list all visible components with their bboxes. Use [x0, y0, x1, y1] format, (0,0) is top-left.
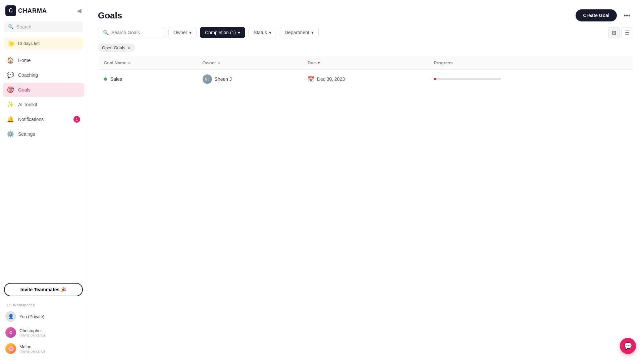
workspace-name: You (Private): [19, 314, 45, 319]
sidebar-collapse-button[interactable]: ◀: [77, 7, 82, 14]
sidebar-item-settings[interactable]: ⚙️ Settings: [3, 127, 84, 141]
logo-icon: C: [5, 5, 16, 16]
goals-icon: 🎯: [7, 86, 14, 94]
chevron-down-icon: ▾: [189, 30, 192, 35]
header-actions: Create Goal •••: [576, 9, 633, 21]
view-toggle-group: ⊞ ☰: [608, 27, 633, 38]
chat-icon: 💬: [624, 342, 632, 350]
workspace-info: You (Private): [19, 314, 45, 319]
search-icon: 🔍: [8, 24, 14, 29]
trial-emoji: 🌟: [8, 40, 15, 47]
workspace-item-christopher[interactable]: C Christopher (Invite pending): [0, 324, 87, 341]
sidebar-header: C CHARMA ◀: [0, 5, 87, 21]
workspaces-section-label: 1:1 Workspaces: [0, 300, 87, 308]
sidebar-search[interactable]: 🔍 Search: [4, 21, 83, 32]
workspace-info: Maine (Invite pending): [19, 344, 45, 353]
home-icon: 🏠: [7, 57, 14, 64]
trial-banner: 🌟 13 days left: [4, 38, 83, 49]
workspace-info: Christopher (Invite pending): [19, 328, 45, 337]
sidebar: C CHARMA ◀ 🔍 Search 🌟 13 days left 🏠 Hom…: [0, 0, 87, 362]
goal-name-cell: Sales: [98, 70, 197, 89]
sort-icon-active: ▼: [317, 61, 321, 65]
owner-name: Sheen J: [215, 76, 232, 82]
workspace-sub: (Invite pending): [19, 349, 45, 353]
main-content: Goals Create Goal ••• 🔍 Owner ▾ Completi…: [87, 0, 644, 362]
settings-icon: ⚙️: [7, 130, 14, 138]
progress-bar: [434, 78, 501, 80]
chat-fab-button[interactable]: 💬: [620, 338, 636, 354]
more-options-button[interactable]: •••: [621, 10, 633, 21]
search-icon: 🔍: [103, 30, 109, 35]
coaching-icon: 💬: [7, 71, 14, 79]
nav-items: 🏠 Home 💬 Coaching 🎯 Goals ✨ AI Toolkit 🔔…: [0, 53, 87, 279]
workspace-item-maine[interactable]: 🌸 Maine (Invite pending): [0, 341, 87, 357]
filter-chip-open-goals: Open Goals ✕: [98, 44, 135, 52]
filter-bar: 🔍 Owner ▾ Completion (1) ▾ Status ▾ Depa…: [98, 27, 633, 38]
goals-table: Goal Name ⇅ Owner ⇅ Due ▼: [98, 56, 633, 89]
workspace-item-you[interactable]: 👤 You (Private): [0, 308, 87, 324]
active-filter-row: Open Goals ✕: [98, 44, 633, 52]
sidebar-item-label: AI Toolkit: [18, 102, 37, 107]
logo-text: CHARMA: [18, 7, 47, 14]
chevron-down-icon: ▾: [238, 30, 240, 35]
th-owner: Owner ⇅: [197, 56, 302, 70]
sidebar-item-label: Notifications: [18, 117, 44, 122]
due-date: Dec 30, 2023: [317, 76, 345, 82]
invite-teammates-button[interactable]: Invite Teammates 🎉: [4, 283, 83, 296]
sort-icon: ⇅: [217, 61, 220, 65]
page-header: Goals Create Goal •••: [87, 0, 644, 27]
chevron-down-icon: ▾: [269, 30, 271, 35]
owner-cell: SJ Sheen J: [197, 70, 302, 89]
completion-filter-label: Completion (1): [205, 30, 236, 35]
calendar-icon: 📅: [308, 76, 314, 82]
department-filter-button[interactable]: Department ▾: [280, 27, 319, 38]
status-filter-button[interactable]: Status ▾: [249, 27, 276, 38]
sidebar-item-home[interactable]: 🏠 Home: [3, 53, 84, 67]
completion-filter-button[interactable]: Completion (1) ▾: [200, 27, 245, 38]
sidebar-item-label: Goals: [18, 87, 31, 93]
workspace-name: Christopher: [19, 328, 45, 333]
ai-toolkit-icon: ✨: [7, 101, 14, 108]
create-goal-button[interactable]: Create Goal: [576, 9, 617, 21]
avatar: 👤: [5, 311, 16, 322]
progress-cell: [428, 70, 633, 89]
workspace-name: Maine: [19, 344, 45, 349]
sort-icon: ⇅: [128, 61, 130, 65]
th-due: Due ▼: [302, 56, 428, 70]
filter-chip-remove-button[interactable]: ✕: [127, 46, 131, 50]
sidebar-item-coaching[interactable]: 💬 Coaching: [3, 68, 84, 82]
sidebar-item-ai-toolkit[interactable]: ✨ AI Toolkit: [3, 98, 84, 112]
grid-icon: ⊞: [612, 29, 616, 36]
department-filter-label: Department: [285, 30, 309, 35]
th-goal-name: Goal Name ⇅: [98, 56, 197, 70]
owner-avatar: SJ: [203, 74, 212, 84]
sidebar-item-notifications[interactable]: 🔔 Notifications 1: [3, 112, 84, 126]
table-row[interactable]: Sales SJ Sheen J 📅 Dec 30, 2023: [98, 70, 633, 89]
sidebar-item-goals[interactable]: 🎯 Goals: [3, 83, 84, 97]
sidebar-item-label: Coaching: [18, 72, 38, 78]
chevron-down-icon: ▾: [311, 30, 314, 35]
status-filter-label: Status: [254, 30, 267, 35]
notifications-icon: 🔔: [7, 116, 14, 123]
search-goals-input[interactable]: 🔍: [98, 27, 165, 38]
notifications-badge: 1: [73, 116, 80, 123]
search-label: Search: [16, 24, 31, 29]
avatar: 🌸: [5, 343, 16, 354]
search-goals-field[interactable]: [111, 30, 158, 35]
filter-chip-label: Open Goals: [102, 45, 125, 50]
owner-filter-label: Owner: [173, 30, 187, 35]
workspace-sub: (Invite pending): [19, 333, 45, 337]
list-icon: ☰: [625, 29, 630, 36]
sidebar-item-label: Settings: [18, 131, 35, 137]
trial-text: 13 days left: [17, 41, 40, 46]
owner-filter-button[interactable]: Owner ▾: [168, 27, 197, 38]
goal-name: Sales: [110, 76, 122, 82]
page-title: Goals: [98, 10, 122, 21]
goal-status-dot: [104, 77, 107, 81]
table-header-row: Goal Name ⇅ Owner ⇅ Due ▼: [98, 56, 633, 70]
avatar: C: [5, 327, 16, 338]
due-cell: 📅 Dec 30, 2023: [302, 70, 428, 89]
progress-bar-fill: [434, 78, 436, 80]
grid-view-button[interactable]: ⊞: [608, 27, 620, 38]
list-view-button[interactable]: ☰: [621, 27, 633, 38]
